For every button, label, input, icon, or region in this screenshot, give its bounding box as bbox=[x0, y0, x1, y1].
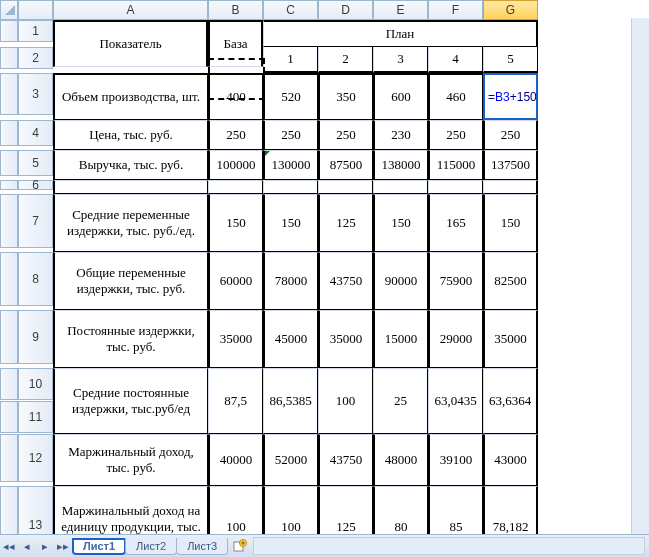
header-plan: План bbox=[263, 20, 538, 47]
row-header[interactable]: 9 bbox=[18, 310, 53, 364]
data-cell[interactable]: 87500 bbox=[318, 150, 373, 180]
row-header[interactable]: 7 bbox=[18, 194, 53, 248]
data-cell[interactable]: 400 bbox=[208, 73, 263, 120]
data-cell[interactable]: 82500 bbox=[483, 252, 538, 310]
empty-cell[interactable] bbox=[483, 180, 538, 194]
data-cell[interactable]: 43000 bbox=[483, 434, 538, 486]
data-cell[interactable]: 40000 bbox=[208, 434, 263, 486]
formula-cell-active[interactable]: =B3+150 bbox=[483, 73, 538, 120]
tab-nav-next-icon[interactable]: ▸ bbox=[37, 538, 53, 554]
row-gutter bbox=[0, 434, 18, 482]
data-cell[interactable]: 250 bbox=[483, 120, 538, 150]
data-cell[interactable]: 29000 bbox=[428, 310, 483, 368]
empty-cell[interactable] bbox=[318, 180, 373, 194]
column-header[interactable]: F bbox=[428, 0, 483, 20]
data-cell[interactable]: 35000 bbox=[318, 310, 373, 368]
header-plan-col: 2 bbox=[318, 47, 373, 73]
sheet-tab[interactable]: Лист3 bbox=[176, 538, 228, 555]
tab-nav-first-icon[interactable]: ◂◂ bbox=[1, 538, 17, 554]
row-gutter bbox=[0, 150, 18, 176]
row-gutter bbox=[0, 47, 18, 69]
data-cell[interactable]: 115000 bbox=[428, 150, 483, 180]
horizontal-scrollbar[interactable] bbox=[253, 537, 645, 555]
data-cell[interactable]: 125 bbox=[318, 194, 373, 252]
data-cell[interactable]: 39100 bbox=[428, 434, 483, 486]
row-header[interactable]: 12 bbox=[18, 434, 53, 482]
data-cell[interactable]: 48000 bbox=[373, 434, 428, 486]
data-cell[interactable]: 45000 bbox=[263, 310, 318, 368]
data-cell[interactable]: 78000 bbox=[263, 252, 318, 310]
tab-nav-last-icon[interactable]: ▸▸ bbox=[55, 538, 71, 554]
data-cell[interactable]: 90000 bbox=[373, 252, 428, 310]
data-cell[interactable]: 63,0435 bbox=[428, 368, 483, 434]
data-cell[interactable]: 230 bbox=[373, 120, 428, 150]
data-cell[interactable]: 137500 bbox=[483, 150, 538, 180]
data-cell[interactable]: 460 bbox=[428, 73, 483, 120]
grid: ABCDEFG1ПоказательБазаПлан2123453Объем п… bbox=[0, 0, 649, 557]
row-header[interactable]: 1 bbox=[18, 20, 53, 42]
data-cell[interactable]: 165 bbox=[428, 194, 483, 252]
data-cell[interactable]: 15000 bbox=[373, 310, 428, 368]
data-cell[interactable]: 130000 bbox=[263, 150, 318, 180]
row-header[interactable]: 11 bbox=[18, 401, 53, 433]
data-cell[interactable]: 63,6364 bbox=[483, 368, 538, 434]
data-cell[interactable]: 87,5 bbox=[208, 368, 263, 434]
data-cell[interactable]: 150 bbox=[373, 194, 428, 252]
data-cell[interactable]: 520 bbox=[263, 73, 318, 120]
data-cell[interactable]: 250 bbox=[318, 120, 373, 150]
new-sheet-icon[interactable] bbox=[231, 538, 249, 554]
row-number-header bbox=[18, 0, 53, 20]
column-header[interactable]: D bbox=[318, 0, 373, 20]
data-cell[interactable]: 100 bbox=[318, 368, 373, 434]
empty-cell[interactable] bbox=[373, 180, 428, 194]
header-plan-col: 5 bbox=[483, 47, 538, 73]
row-header[interactable]: 10 bbox=[18, 368, 53, 400]
data-cell[interactable]: 150 bbox=[263, 194, 318, 252]
tab-nav-prev-icon[interactable]: ◂ bbox=[19, 538, 35, 554]
row-header[interactable]: 6 bbox=[18, 180, 53, 190]
data-cell[interactable]: 60000 bbox=[208, 252, 263, 310]
data-cell[interactable]: 75900 bbox=[428, 252, 483, 310]
data-cell[interactable]: 100000 bbox=[208, 150, 263, 180]
empty-cell[interactable] bbox=[208, 180, 263, 194]
spreadsheet-view: ABCDEFG1ПоказательБазаПлан2123453Объем п… bbox=[0, 0, 649, 557]
data-cell[interactable]: 250 bbox=[263, 120, 318, 150]
row-header[interactable]: 3 bbox=[18, 73, 53, 115]
data-cell[interactable]: 35000 bbox=[208, 310, 263, 368]
data-cell[interactable]: 52000 bbox=[263, 434, 318, 486]
sheet-tab[interactable]: Лист2 bbox=[125, 538, 177, 555]
data-cell[interactable]: 35000 bbox=[483, 310, 538, 368]
empty-cell[interactable] bbox=[53, 180, 208, 194]
column-header[interactable]: A bbox=[53, 0, 208, 20]
empty-cell[interactable] bbox=[428, 180, 483, 194]
column-header[interactable]: C bbox=[263, 0, 318, 20]
sheet-tab[interactable]: Лист1 bbox=[72, 538, 126, 555]
data-cell[interactable]: 138000 bbox=[373, 150, 428, 180]
data-cell[interactable]: 250 bbox=[208, 120, 263, 150]
data-cell[interactable]: 250 bbox=[428, 120, 483, 150]
vertical-scrollbar[interactable] bbox=[631, 18, 649, 535]
column-header[interactable]: B bbox=[208, 0, 263, 20]
row-header[interactable]: 4 bbox=[18, 120, 53, 146]
column-header[interactable]: E bbox=[373, 0, 428, 20]
data-cell[interactable]: 25 bbox=[373, 368, 428, 434]
column-header[interactable]: G bbox=[483, 0, 538, 20]
data-cell[interactable]: 43750 bbox=[318, 434, 373, 486]
data-cell[interactable]: 600 bbox=[373, 73, 428, 120]
data-cell[interactable]: 43750 bbox=[318, 252, 373, 310]
formula-prefix: = bbox=[488, 90, 495, 104]
row-gutter bbox=[0, 401, 18, 433]
formula-ref: B3 bbox=[495, 90, 510, 104]
row-label: Средние постоянные издержки, тыс.руб/ед bbox=[53, 368, 208, 434]
row-header[interactable]: 2 bbox=[18, 47, 53, 69]
data-cell[interactable]: 150 bbox=[208, 194, 263, 252]
row-header[interactable]: 8 bbox=[18, 252, 53, 306]
header-indicator: Показатель bbox=[53, 20, 208, 67]
sheet-tab-bar: ◂◂ ◂ ▸ ▸▸ Лист1 Лист2 Лист3 bbox=[0, 534, 649, 557]
empty-cell[interactable] bbox=[263, 180, 318, 194]
data-cell[interactable]: 350 bbox=[318, 73, 373, 120]
data-cell[interactable]: 150 bbox=[483, 194, 538, 252]
data-cell[interactable]: 86,5385 bbox=[263, 368, 318, 434]
select-all-corner[interactable] bbox=[0, 0, 18, 20]
row-header[interactable]: 5 bbox=[18, 150, 53, 176]
